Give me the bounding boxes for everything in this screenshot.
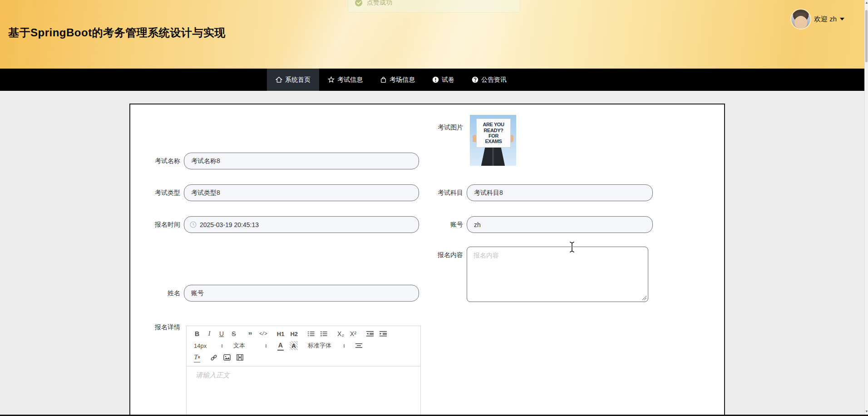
sign-line: READY? [484, 128, 503, 133]
home-icon [276, 76, 282, 83]
exam-subject-label: 考试科目 [409, 184, 463, 201]
warning-icon [432, 76, 439, 83]
name-value: 账号 [191, 289, 204, 297]
link-icon[interactable] [210, 353, 217, 362]
bag-icon [380, 76, 387, 83]
scrollbar[interactable]: ▲ ▼ [864, 0, 868, 416]
account-input[interactable]: zh [467, 216, 653, 233]
updown-icon[interactable]: ▲▼ [265, 344, 267, 348]
h2-button[interactable]: H2 [290, 329, 298, 338]
signup-time-value: 2025-03-19 20:45:13 [200, 221, 259, 228]
account-value: zh [474, 221, 481, 228]
toolbar-row-1: B I U S ” </> H1 H2 X₂ X² [194, 328, 414, 340]
tab-label: 考场信息 [390, 76, 415, 84]
welcome-text: 欢迎 zh [814, 15, 837, 24]
page-title: 基于SpringBoot的考务管理系统设计与实现 [8, 25, 226, 40]
video-icon[interactable] [237, 353, 243, 362]
indent-icon[interactable] [380, 329, 387, 338]
question-icon [472, 76, 478, 83]
page: 基于SpringBoot的考务管理系统设计与实现 欢迎 zh 点赞成功 系统首页… [0, 0, 868, 416]
exam-image-sign: ARE YOU READY? FOR EXAMS [476, 119, 511, 148]
clear-format-t: T [194, 354, 197, 361]
check-circle-icon [355, 0, 362, 6]
editor-content[interactable]: 请输入正文 [187, 366, 420, 416]
h1-button[interactable]: H1 [277, 329, 285, 338]
exam-type-value: 考试类型8 [191, 189, 220, 197]
exam-image-tie [492, 148, 494, 166]
font-color-button[interactable]: A [277, 341, 284, 351]
scroll-down-arrow[interactable]: ▼ [865, 410, 868, 413]
ordered-list-icon[interactable] [308, 329, 315, 338]
sign-line: EXAMS [485, 139, 502, 144]
exam-image: ARE YOU READY? FOR EXAMS [470, 115, 516, 166]
scrollbar-thumb[interactable] [865, 10, 868, 62]
font-size-select[interactable]: 14px [194, 341, 215, 350]
signup-time-input[interactable]: 2025-03-19 20:45:13 [184, 216, 419, 233]
signup-time-label: 报名时间 [126, 216, 180, 233]
outdent-icon[interactable] [366, 329, 374, 338]
ibeam-cursor [568, 241, 576, 255]
tab-label: 考试信息 [337, 76, 363, 84]
editor-placeholder: 请输入正文 [196, 371, 230, 380]
superscript-button[interactable]: X² [350, 329, 356, 338]
tab-label: 系统首页 [285, 76, 311, 84]
clear-format-x: x [198, 354, 200, 361]
toolbar-row-2: 14px ▲▼ 文本 ▲▼ A A 标准字体 ▲▼ [194, 340, 414, 352]
editor-toolbar: B I U S ” </> H1 H2 X₂ X² 14px ▲▼ 文本 ▲▼ [187, 326, 420, 366]
signup-content-textarea[interactable]: 报名内容 [467, 247, 648, 302]
tab-news[interactable]: 公告资讯 [463, 69, 515, 91]
paragraph-select[interactable]: 文本 [233, 341, 259, 350]
rich-text-editor: B I U S ” </> H1 H2 X₂ X² 14px ▲▼ 文本 ▲▼ [186, 326, 421, 416]
code-button[interactable]: </> [259, 329, 267, 338]
toolbar-row-3: Tx [194, 352, 414, 363]
scroll-up-arrow[interactable]: ▲ [865, 1, 868, 4]
clock-icon [190, 221, 197, 229]
sign-line: ARE YOU [483, 122, 504, 127]
chevron-down-icon [840, 18, 844, 20]
signup-content-placeholder: 报名内容 [473, 252, 499, 259]
tab-label: 公告资讯 [481, 76, 507, 84]
toast-message: 点赞成功 [367, 0, 392, 7]
detail-label: 报名详情 [126, 322, 180, 332]
clear-format-button[interactable]: Tx [194, 353, 200, 362]
tab-home[interactable]: 系统首页 [267, 69, 319, 91]
updown-icon[interactable]: ▲▼ [221, 344, 223, 348]
avatar-face [796, 16, 805, 24]
subscript-button[interactable]: X₂ [337, 329, 344, 338]
tab-exam-info[interactable]: 考试信息 [319, 69, 371, 91]
exam-type-label: 考试类型 [126, 184, 180, 201]
image-icon[interactable] [223, 353, 231, 362]
resize-grip[interactable] [642, 296, 646, 300]
success-toast: 点赞成功 [348, 0, 520, 13]
bold-button[interactable]: B [194, 329, 200, 338]
user-menu[interactable]: 欢迎 zh [814, 12, 844, 26]
exam-name-label: 考试名称 [126, 153, 180, 169]
font-family-select[interactable]: 标准字体 [308, 341, 337, 350]
tab-room-info[interactable]: 考场信息 [371, 69, 424, 91]
sign-line: FOR [488, 133, 498, 139]
exam-type-input[interactable]: 考试类型8 [184, 184, 419, 201]
avatar[interactable] [791, 10, 810, 29]
nav-tabs: 系统首页 考试信息 考场信息 试卷 公告资讯 [267, 69, 515, 91]
main-nav: 系统首页 考试信息 考场信息 试卷 公告资讯 [0, 69, 864, 91]
name-label: 姓名 [126, 285, 180, 302]
name-input[interactable]: 账号 [184, 285, 419, 302]
bg-color-button[interactable]: A [290, 341, 298, 350]
updown-icon[interactable]: ▲▼ [343, 344, 345, 348]
exam-subject-input[interactable]: 考试科目8 [467, 184, 653, 201]
strikethrough-button[interactable]: S [231, 329, 237, 338]
tab-label: 试卷 [442, 76, 454, 84]
underline-button[interactable]: U [218, 329, 225, 338]
star-icon [328, 76, 335, 83]
align-icon[interactable] [355, 341, 362, 350]
unordered-list-icon[interactable] [321, 329, 327, 338]
tab-papers[interactable]: 试卷 [424, 69, 463, 91]
blockquote-button[interactable]: ” [247, 327, 253, 340]
italic-button[interactable]: I [206, 329, 212, 338]
exam-subject-value: 考试科目8 [474, 189, 503, 197]
signup-content-label: 报名内容 [409, 247, 463, 263]
exam-name-input[interactable]: 考试名称8 [184, 153, 419, 169]
exam-name-value: 考试名称8 [191, 157, 220, 165]
exam-image-label: 考试图片 [409, 119, 463, 136]
account-label: 账号 [409, 216, 463, 233]
